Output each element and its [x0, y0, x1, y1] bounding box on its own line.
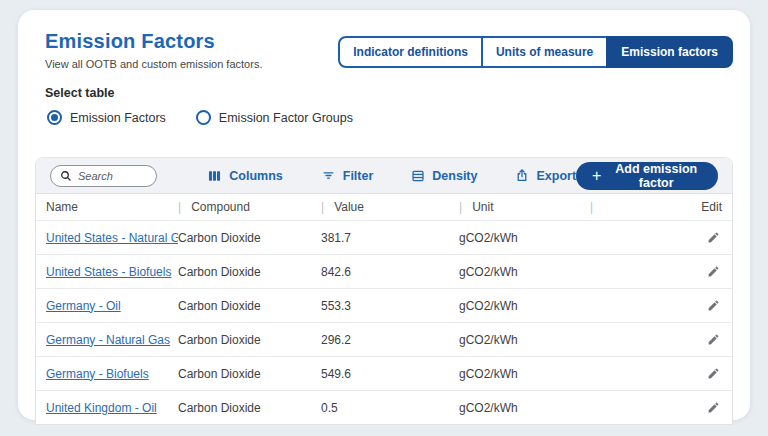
row-unit: gCO2/kWh [459, 265, 590, 279]
row-name-link[interactable]: United Kingdom - Oil [46, 401, 157, 415]
tab-indicator-definitions[interactable]: Indicator definitions [338, 36, 483, 68]
column-header-value[interactable]: |Value [321, 200, 459, 214]
tab-emission-factors[interactable]: Emission factors [606, 36, 733, 68]
edit-pencil-icon[interactable] [705, 399, 722, 416]
row-name-link[interactable]: Germany - Natural Gas [46, 333, 170, 347]
row-compound: Carbon Dioxide [178, 299, 321, 313]
columns-button[interactable]: Columns [207, 169, 282, 183]
column-header-name[interactable]: Name [46, 200, 178, 214]
row-value: 0.5 [321, 401, 459, 415]
row-compound: Carbon Dioxide [178, 367, 321, 381]
row-value: 553.3 [321, 299, 459, 313]
edit-pencil-icon[interactable] [705, 229, 722, 246]
row-compound: Carbon Dioxide [178, 231, 321, 245]
title-block: Emission Factors View all OOTB and custo… [45, 30, 262, 70]
column-header-edit: Edit [666, 200, 722, 214]
row-unit: gCO2/kWh [459, 333, 590, 347]
column-divider: | [178, 200, 181, 214]
edit-pencil-icon[interactable] [705, 263, 722, 280]
plus-icon: + [592, 168, 601, 184]
table-header-row: Name |Compound |Value |Unit | Edit [36, 194, 732, 220]
table-selector-radio-group: Emission Factors Emission Factor Groups [47, 110, 733, 125]
select-table-label: Select table [45, 86, 733, 100]
column-header-compound[interactable]: |Compound [178, 200, 321, 214]
radio-icon [196, 110, 211, 125]
edit-pencil-icon[interactable] [705, 297, 722, 314]
add-emission-factor-label: Add emission factor [610, 162, 702, 190]
columns-label: Columns [229, 169, 282, 183]
emission-factors-card: Emission Factors View all OOTB and custo… [18, 10, 750, 420]
table-row: United States - Natural Gas Carbon Dioxi… [36, 220, 732, 254]
table-row: Germany - Oil Carbon Dioxide 553.3 gCO2/… [36, 288, 732, 322]
emission-factors-table: Columns Filter Density [35, 157, 733, 425]
page-subtitle: View all OOTB and custom emission factor… [45, 58, 262, 70]
density-button[interactable]: Density [411, 169, 477, 183]
row-name-link[interactable]: Germany - Biofuels [46, 367, 149, 381]
filter-button[interactable]: Filter [321, 169, 374, 183]
columns-icon [207, 169, 222, 183]
page-title: Emission Factors [45, 30, 262, 53]
export-button[interactable]: Export [515, 168, 576, 183]
radio-emission-factors[interactable]: Emission Factors [47, 110, 166, 125]
add-emission-factor-button[interactable]: + Add emission factor [576, 162, 718, 190]
row-value: 381.7 [321, 231, 459, 245]
filter-icon [321, 169, 336, 182]
card-header: Emission Factors View all OOTB and custo… [35, 30, 733, 70]
row-value: 549.6 [321, 367, 459, 381]
table-row: Germany - Natural Gas Carbon Dioxide 296… [36, 322, 732, 356]
row-name-link[interactable]: United States - Biofuels [46, 265, 171, 279]
radio-emission-factor-groups[interactable]: Emission Factor Groups [196, 110, 353, 125]
row-unit: gCO2/kWh [459, 231, 590, 245]
row-name-link[interactable]: United States - Natural Gas [46, 231, 178, 245]
search-box[interactable] [50, 165, 157, 187]
row-unit: gCO2/kWh [459, 299, 590, 313]
row-unit: gCO2/kWh [459, 401, 590, 415]
table-row: Germany - Biofuels Carbon Dioxide 549.6 … [36, 356, 732, 390]
table-body: United States - Natural Gas Carbon Dioxi… [36, 220, 732, 424]
export-label: Export [536, 169, 576, 183]
column-divider: | [321, 200, 324, 214]
column-header-spacer: | [590, 200, 666, 214]
export-icon [515, 168, 529, 183]
radio-label: Emission Factors [70, 111, 166, 125]
filter-label: Filter [343, 169, 374, 183]
radio-label: Emission Factor Groups [219, 111, 353, 125]
density-label: Density [432, 169, 477, 183]
table-row: United States - Biofuels Carbon Dioxide … [36, 254, 732, 288]
section-tabs: Indicator definitions Units of measure E… [338, 36, 733, 68]
tab-units-of-measure[interactable]: Units of measure [481, 36, 608, 68]
row-compound: Carbon Dioxide [178, 401, 321, 415]
row-compound: Carbon Dioxide [178, 265, 321, 279]
row-compound: Carbon Dioxide [178, 333, 321, 347]
edit-pencil-icon[interactable] [705, 365, 722, 382]
radio-icon [47, 110, 62, 125]
table-toolbar: Columns Filter Density [36, 158, 732, 194]
edit-pencil-icon[interactable] [705, 331, 722, 348]
row-unit: gCO2/kWh [459, 367, 590, 381]
search-icon [60, 170, 72, 182]
density-icon [411, 169, 425, 183]
search-input[interactable] [78, 170, 147, 182]
row-value: 842.6 [321, 265, 459, 279]
row-value: 296.2 [321, 333, 459, 347]
row-name-link[interactable]: Germany - Oil [46, 299, 121, 313]
column-divider: | [459, 200, 462, 214]
table-row: United Kingdom - Oil Carbon Dioxide 0.5 … [36, 390, 732, 424]
page: { "header": { "title": "Emission Factors… [0, 0, 768, 436]
column-divider: | [590, 200, 593, 214]
column-header-unit[interactable]: |Unit [459, 200, 590, 214]
